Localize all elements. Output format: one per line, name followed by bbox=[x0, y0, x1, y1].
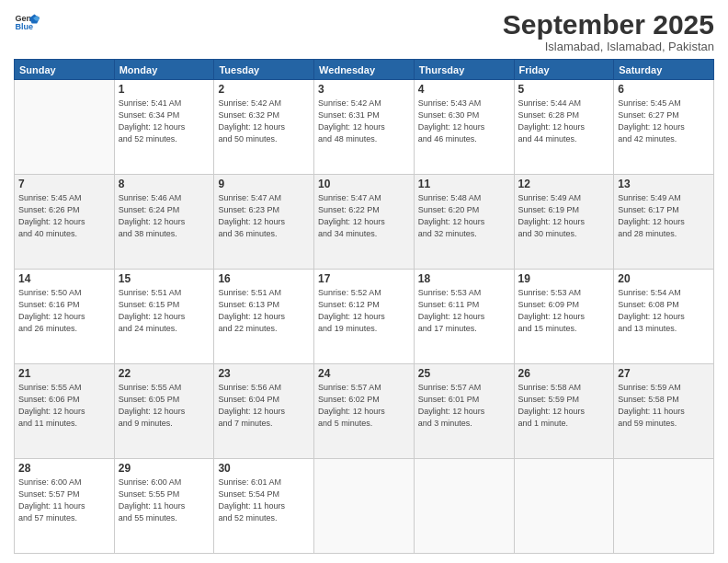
day-number: 18 bbox=[418, 272, 510, 285]
day-number: 1 bbox=[119, 83, 210, 96]
day-number: 16 bbox=[218, 272, 310, 285]
day-info: Sunrise: 5:56 AM Sunset: 6:04 PM Dayligh… bbox=[218, 382, 310, 430]
calendar-cell: 14Sunrise: 5:50 AM Sunset: 6:16 PM Dayli… bbox=[15, 270, 115, 364]
calendar-cell: 20Sunrise: 5:54 AM Sunset: 6:08 PM Dayli… bbox=[614, 270, 714, 364]
day-info: Sunrise: 5:45 AM Sunset: 6:27 PM Dayligh… bbox=[618, 98, 710, 145]
calendar-cell: 1Sunrise: 5:41 AM Sunset: 6:34 PM Daylig… bbox=[114, 80, 214, 175]
day-info: Sunrise: 5:51 AM Sunset: 6:15 PM Dayligh… bbox=[119, 287, 210, 335]
day-info: Sunrise: 5:57 AM Sunset: 6:01 PM Dayligh… bbox=[418, 382, 510, 430]
day-info: Sunrise: 5:58 AM Sunset: 5:59 PM Dayligh… bbox=[518, 382, 610, 430]
calendar-cell: 12Sunrise: 5:49 AM Sunset: 6:19 PM Dayli… bbox=[514, 175, 614, 270]
calendar-cell: 7Sunrise: 5:45 AM Sunset: 6:26 PM Daylig… bbox=[15, 175, 115, 270]
day-number: 14 bbox=[18, 272, 110, 285]
subtitle: Islamabad, Islamabad, Pakistan bbox=[503, 40, 714, 53]
calendar-cell: 15Sunrise: 5:51 AM Sunset: 6:15 PM Dayli… bbox=[114, 270, 214, 364]
day-info: Sunrise: 5:47 AM Sunset: 6:23 PM Dayligh… bbox=[218, 192, 310, 240]
calendar-cell: 3Sunrise: 5:42 AM Sunset: 6:31 PM Daylig… bbox=[314, 80, 415, 175]
day-number: 6 bbox=[618, 83, 710, 96]
calendar-cell: 23Sunrise: 5:56 AM Sunset: 6:04 PM Dayli… bbox=[214, 364, 314, 459]
svg-text:Blue: Blue bbox=[15, 22, 33, 31]
day-number: 9 bbox=[218, 178, 310, 190]
day-info: Sunrise: 5:50 AM Sunset: 6:16 PM Dayligh… bbox=[18, 287, 110, 335]
calendar-cell: 26Sunrise: 5:58 AM Sunset: 5:59 PM Dayli… bbox=[514, 364, 614, 459]
calendar-cell bbox=[314, 459, 415, 554]
day-number: 21 bbox=[18, 367, 110, 380]
calendar-cell bbox=[614, 459, 714, 554]
logo: General Blue bbox=[14, 9, 40, 35]
day-number: 7 bbox=[18, 178, 110, 190]
calendar-table: Sunday Monday Tuesday Wednesday Thursday… bbox=[14, 59, 714, 554]
calendar-week-0: 1Sunrise: 5:41 AM Sunset: 6:34 PM Daylig… bbox=[15, 80, 714, 175]
calendar-cell bbox=[514, 459, 614, 554]
calendar-cell: 29Sunrise: 6:00 AM Sunset: 5:55 PM Dayli… bbox=[114, 459, 214, 554]
page: General Blue September 2025 Islamabad, I… bbox=[0, 0, 728, 563]
header: General Blue September 2025 Islamabad, I… bbox=[14, 9, 714, 53]
title-block: September 2025 Islamabad, Islamabad, Pak… bbox=[503, 9, 714, 53]
day-number: 20 bbox=[618, 272, 710, 285]
day-number: 29 bbox=[119, 462, 210, 475]
day-number: 26 bbox=[518, 367, 610, 380]
day-info: Sunrise: 5:42 AM Sunset: 6:32 PM Dayligh… bbox=[218, 98, 310, 145]
col-saturday: Saturday bbox=[614, 60, 714, 80]
col-wednesday: Wednesday bbox=[314, 60, 415, 80]
day-number: 12 bbox=[518, 178, 610, 190]
day-number: 30 bbox=[218, 462, 310, 475]
day-info: Sunrise: 6:00 AM Sunset: 5:57 PM Dayligh… bbox=[18, 477, 110, 524]
calendar-cell: 6Sunrise: 5:45 AM Sunset: 6:27 PM Daylig… bbox=[614, 80, 714, 175]
calendar-cell: 9Sunrise: 5:47 AM Sunset: 6:23 PM Daylig… bbox=[214, 175, 314, 270]
day-number: 4 bbox=[418, 83, 510, 96]
day-info: Sunrise: 5:43 AM Sunset: 6:30 PM Dayligh… bbox=[418, 98, 510, 145]
day-info: Sunrise: 5:48 AM Sunset: 6:20 PM Dayligh… bbox=[418, 192, 510, 240]
calendar-cell: 18Sunrise: 5:53 AM Sunset: 6:11 PM Dayli… bbox=[414, 270, 514, 364]
day-number: 22 bbox=[119, 367, 210, 380]
day-info: Sunrise: 5:52 AM Sunset: 6:12 PM Dayligh… bbox=[318, 287, 410, 335]
day-info: Sunrise: 5:44 AM Sunset: 6:28 PM Dayligh… bbox=[518, 98, 610, 145]
calendar-cell: 21Sunrise: 5:55 AM Sunset: 6:06 PM Dayli… bbox=[15, 364, 115, 459]
calendar-cell bbox=[15, 80, 115, 175]
day-info: Sunrise: 5:53 AM Sunset: 6:11 PM Dayligh… bbox=[418, 287, 510, 335]
day-info: Sunrise: 5:45 AM Sunset: 6:26 PM Dayligh… bbox=[18, 192, 110, 240]
calendar-cell: 8Sunrise: 5:46 AM Sunset: 6:24 PM Daylig… bbox=[114, 175, 214, 270]
logo-icon: General Blue bbox=[14, 9, 40, 35]
calendar-cell: 2Sunrise: 5:42 AM Sunset: 6:32 PM Daylig… bbox=[214, 80, 314, 175]
calendar-cell: 17Sunrise: 5:52 AM Sunset: 6:12 PM Dayli… bbox=[314, 270, 415, 364]
day-info: Sunrise: 5:41 AM Sunset: 6:34 PM Dayligh… bbox=[119, 98, 210, 145]
day-number: 25 bbox=[418, 367, 510, 380]
day-number: 24 bbox=[318, 367, 410, 380]
calendar-cell: 11Sunrise: 5:48 AM Sunset: 6:20 PM Dayli… bbox=[414, 175, 514, 270]
day-number: 11 bbox=[418, 178, 510, 190]
day-number: 8 bbox=[119, 178, 210, 190]
header-row: Sunday Monday Tuesday Wednesday Thursday… bbox=[15, 60, 714, 80]
day-info: Sunrise: 5:54 AM Sunset: 6:08 PM Dayligh… bbox=[618, 287, 710, 335]
col-thursday: Thursday bbox=[414, 60, 514, 80]
day-number: 10 bbox=[318, 178, 410, 190]
day-info: Sunrise: 5:55 AM Sunset: 6:06 PM Dayligh… bbox=[18, 382, 110, 430]
calendar-cell: 10Sunrise: 5:47 AM Sunset: 6:22 PM Dayli… bbox=[314, 175, 415, 270]
calendar-cell bbox=[414, 459, 514, 554]
day-number: 28 bbox=[18, 462, 110, 475]
day-number: 17 bbox=[318, 272, 410, 285]
calendar-cell: 30Sunrise: 6:01 AM Sunset: 5:54 PM Dayli… bbox=[214, 459, 314, 554]
calendar-cell: 24Sunrise: 5:57 AM Sunset: 6:02 PM Dayli… bbox=[314, 364, 415, 459]
day-number: 5 bbox=[518, 83, 610, 96]
day-number: 27 bbox=[618, 367, 710, 380]
calendar-week-2: 14Sunrise: 5:50 AM Sunset: 6:16 PM Dayli… bbox=[15, 270, 714, 364]
month-title: September 2025 bbox=[503, 9, 714, 40]
day-info: Sunrise: 5:51 AM Sunset: 6:13 PM Dayligh… bbox=[218, 287, 310, 335]
col-monday: Monday bbox=[114, 60, 214, 80]
calendar-week-1: 7Sunrise: 5:45 AM Sunset: 6:26 PM Daylig… bbox=[15, 175, 714, 270]
calendar-cell: 16Sunrise: 5:51 AM Sunset: 6:13 PM Dayli… bbox=[214, 270, 314, 364]
day-info: Sunrise: 5:49 AM Sunset: 6:19 PM Dayligh… bbox=[518, 192, 610, 240]
day-info: Sunrise: 5:53 AM Sunset: 6:09 PM Dayligh… bbox=[518, 287, 610, 335]
day-info: Sunrise: 6:01 AM Sunset: 5:54 PM Dayligh… bbox=[218, 477, 310, 524]
day-info: Sunrise: 5:47 AM Sunset: 6:22 PM Dayligh… bbox=[318, 192, 410, 240]
col-tuesday: Tuesday bbox=[214, 60, 314, 80]
calendar-week-4: 28Sunrise: 6:00 AM Sunset: 5:57 PM Dayli… bbox=[15, 459, 714, 554]
day-number: 13 bbox=[618, 178, 710, 190]
day-info: Sunrise: 6:00 AM Sunset: 5:55 PM Dayligh… bbox=[119, 477, 210, 524]
day-number: 2 bbox=[218, 83, 310, 96]
day-info: Sunrise: 5:42 AM Sunset: 6:31 PM Dayligh… bbox=[318, 98, 410, 145]
day-number: 3 bbox=[318, 83, 410, 96]
calendar-cell: 5Sunrise: 5:44 AM Sunset: 6:28 PM Daylig… bbox=[514, 80, 614, 175]
calendar-cell: 4Sunrise: 5:43 AM Sunset: 6:30 PM Daylig… bbox=[414, 80, 514, 175]
